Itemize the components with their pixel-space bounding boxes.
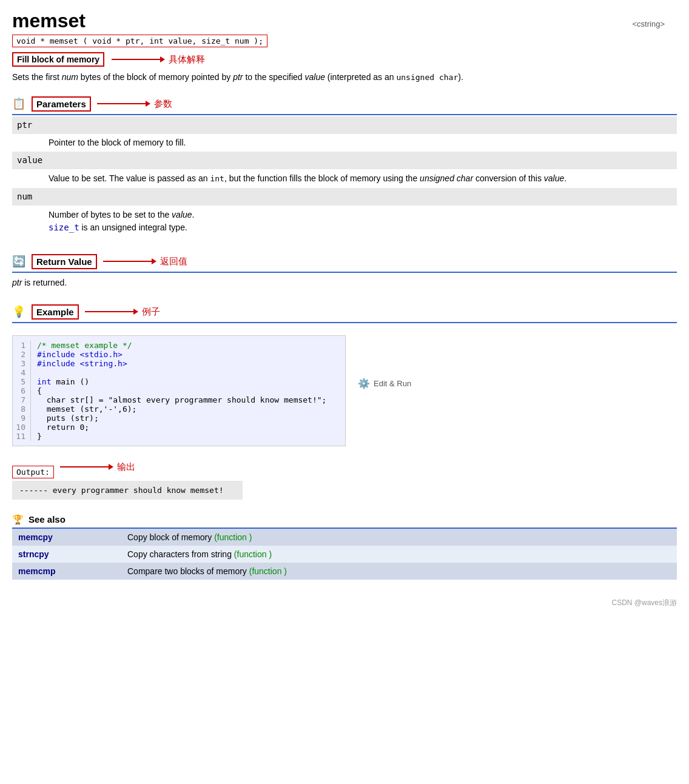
parameters-annotation-arrow: 参数 [97,98,172,110]
return-value-text: ptr is returned. [12,278,677,287]
strncpy-link[interactable]: strncpy [18,549,49,559]
description-text: Sets the first num bytes of the block of… [12,70,677,84]
parameters-title: Parameters [32,96,91,112]
return-value-title: Return Value [32,254,97,269]
page-title: memset [12,10,677,32]
parameters-table: ptr Pointer to the block of memory to fi… [12,116,677,237]
watermark: CSDN @waves浪游 [12,598,677,608]
see-also-section: 🏆 See also memcpy Copy block of memory (… [12,514,677,580]
see-also-memcpy: memcpy Copy block of memory (function ) [12,529,677,546]
see-also-icon: 🏆 [12,514,24,525]
example-title: Example [32,304,79,320]
fill-block-label: Fill block of memory [12,52,104,67]
code-line-numbers: 12345 67891011 [13,341,31,441]
fill-block-row: Fill block of memory 具体解释 [12,52,677,67]
memcpy-link[interactable]: memcpy [18,532,53,542]
output-box: ------ every programmer should know mems… [12,481,243,500]
parameters-section-header: 📋 Parameters 参数 [12,96,677,115]
code-example-wrapper: 12345 67891011 /* memset example */ #inc… [12,329,677,446]
return-icon: 🔄 [12,255,25,268]
example-icon: 💡 [12,305,25,318]
see-also-table: memcpy Copy block of memory (function ) … [12,529,677,580]
return-value-section-header: 🔄 Return Value 返回值 [12,254,677,273]
param-ptr-name-row: ptr [12,116,677,134]
see-also-title: See also [29,514,66,524]
gear-icon: ⚙️ [358,378,370,389]
parameters-icon: 📋 [12,97,25,110]
see-also-header: 🏆 See also [12,514,677,529]
memcmp-type: (function ) [249,566,287,576]
output-annotation-arrow: 输出 [60,461,135,473]
function-signature: void * memset ( void * ptr, int value, s… [12,35,677,52]
code-block: 12345 67891011 /* memset example */ #inc… [12,335,346,446]
edit-run-button[interactable]: ⚙️ Edit & Run [358,378,411,389]
param-value-name-row: value [12,152,677,169]
memcpy-type: (function ) [214,532,252,542]
param-value-desc-row: Value to be set. The value is passed as … [12,169,677,188]
param-ptr-desc-row: Pointer to the block of memory to fill. [12,134,677,152]
annotation-arrow: 具体解释 [112,54,205,65]
output-section: Output: 输出 ------ every programmer shoul… [12,456,677,500]
memcmp-link[interactable]: memcmp [18,566,55,576]
return-annotation-arrow: 返回值 [103,256,187,267]
see-also-strncpy: strncpy Copy characters from string (fun… [12,546,677,563]
strncpy-type: (function ) [234,549,272,559]
param-num-desc-row: Number of bytes to be set to the value. … [12,206,677,237]
cstring-tag: <cstring> [633,19,665,28]
output-label: Output: [12,466,54,478]
example-annotation-arrow: 例子 [85,306,160,318]
param-num-name-row: num [12,188,677,206]
example-section-header: 💡 Example 例子 [12,304,677,323]
see-also-memcmp: memcmp Compare two blocks of memory (fun… [12,563,677,580]
code-content: /* memset example */ #include <stdio.h> … [31,341,326,441]
